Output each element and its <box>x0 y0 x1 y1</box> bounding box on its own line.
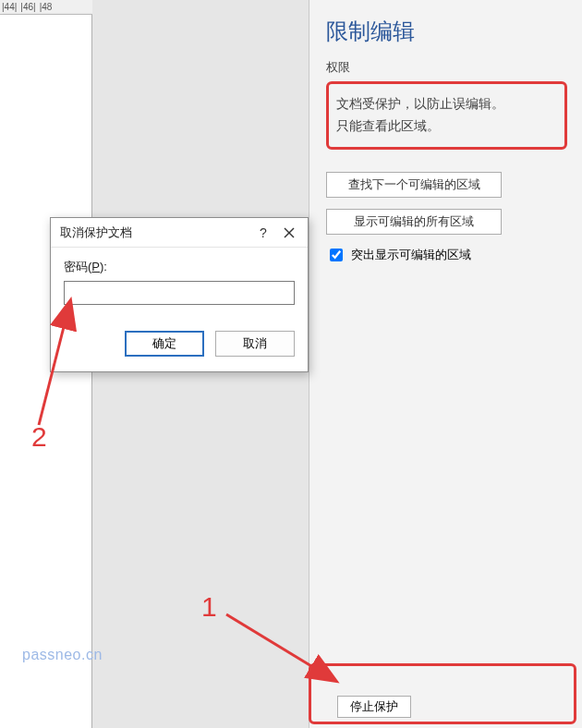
unprotect-document-dialog: 取消保护文档 ? 密码(P): 确定 取消 <box>50 217 309 372</box>
password-input[interactable] <box>64 281 295 305</box>
stop-protection-highlight: 停止保护 <box>309 663 576 724</box>
watermark: passneo.cn <box>22 647 103 663</box>
highlight-editable-checkbox[interactable] <box>330 249 343 261</box>
help-icon[interactable]: ? <box>250 222 276 244</box>
password-label: 密码(P): <box>64 259 295 275</box>
protection-info-box: 文档受保护，以防止误编辑。 只能查看此区域。 <box>326 81 567 150</box>
dialog-title: 取消保护文档 <box>60 224 250 241</box>
show-all-editable-regions-button[interactable]: 显示可编辑的所有区域 <box>326 209 502 235</box>
dialog-titlebar[interactable]: 取消保护文档 ? <box>51 218 308 248</box>
info-line: 文档受保护，以防止误编辑。 <box>336 93 557 115</box>
ruler-mark: |46| <box>20 2 35 12</box>
panel-title: 限制编辑 <box>326 17 567 46</box>
ok-button[interactable]: 确定 <box>125 331 204 357</box>
stop-protection-button[interactable]: 停止保护 <box>337 696 411 718</box>
highlight-editable-label: 突出显示可编辑的区域 <box>351 247 471 263</box>
cancel-button[interactable]: 取消 <box>215 331 295 357</box>
dialog-buttons: 确定 取消 <box>64 331 295 357</box>
info-line: 只能查看此区域。 <box>336 115 557 138</box>
permissions-label: 权限 <box>326 59 567 76</box>
dialog-body: 密码(P): 确定 取消 <box>51 248 308 371</box>
ruler-mark: |44| <box>2 2 17 12</box>
find-next-editable-region-button[interactable]: 查找下一个可编辑的区域 <box>326 172 502 198</box>
restrict-editing-panel: 限制编辑 权限 文档受保护，以防止误编辑。 只能查看此区域。 查找下一个可编辑的… <box>309 0 582 728</box>
highlight-editable-checkbox-row[interactable]: 突出显示可编辑的区域 <box>326 246 567 264</box>
close-icon[interactable] <box>276 222 302 244</box>
ruler-mark: |48 <box>40 2 53 12</box>
